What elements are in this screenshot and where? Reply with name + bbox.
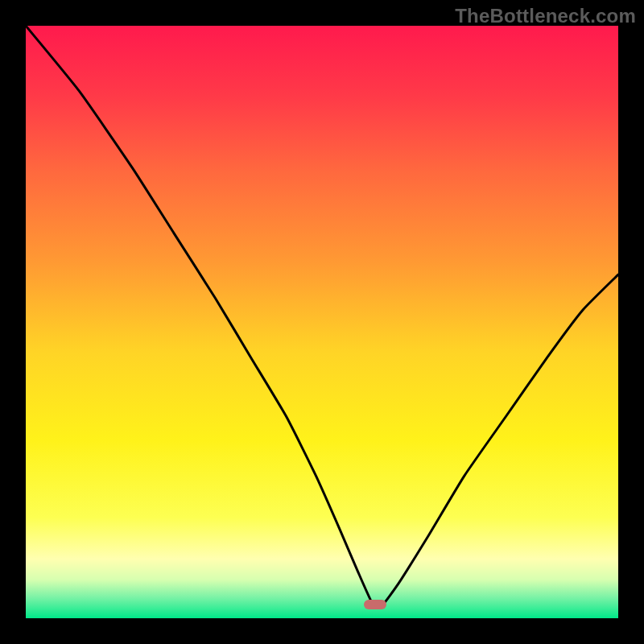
bottleneck-curve — [26, 26, 618, 618]
chart-frame: TheBottleneck.com — [0, 0, 644, 644]
watermark-text: TheBottleneck.com — [455, 5, 636, 27]
optimal-marker — [364, 600, 386, 609]
plot-area — [26, 26, 618, 618]
